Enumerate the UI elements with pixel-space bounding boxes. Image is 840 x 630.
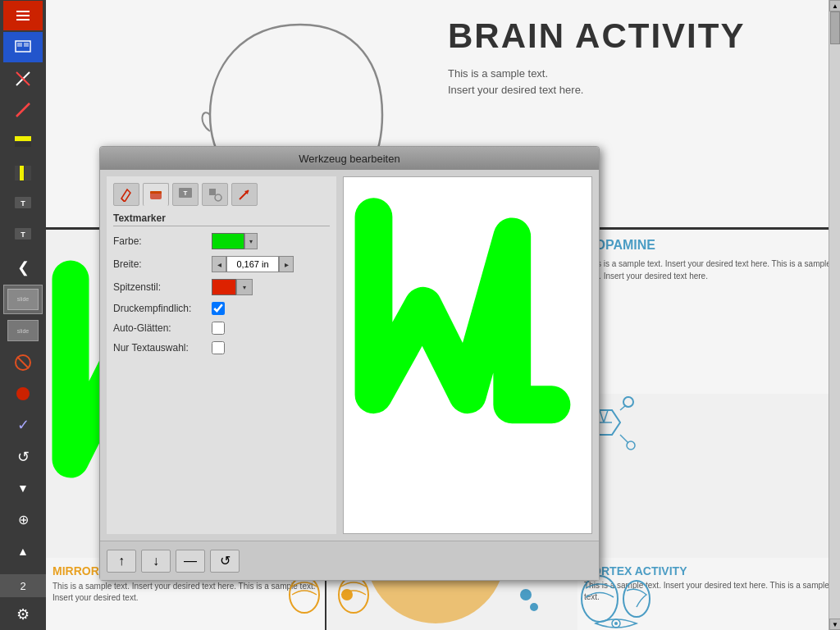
scrollbar-up-arrow[interactable]: ▲ (829, 0, 840, 11)
svg-point-40 (623, 581, 650, 617)
dialog-left-panel: T Textmarker Farbe: ▾ (107, 176, 336, 534)
sidebar: T T ❮ slide slide ✓ ↺ ▼ ⊕ ▲ 2 ▼ ⚙ (0, 0, 46, 630)
slide-title: BRAIN ACTIVITY (448, 16, 745, 56)
canvas-svg (344, 177, 591, 533)
svg-rect-48 (209, 189, 216, 195)
svg-rect-2 (16, 19, 30, 21)
menu-button[interactable] (3, 1, 43, 30)
svg-line-28 (604, 410, 608, 422)
svg-line-8 (16, 103, 30, 116)
width-label: Breite: (113, 258, 212, 270)
smooth-label: Auto-Glätten: (113, 322, 212, 334)
text-tab[interactable]: T (172, 183, 199, 206)
text-button[interactable]: T (3, 189, 43, 219)
color-label: Farbe: (113, 235, 212, 247)
scroll-down-button[interactable]: ▼ (3, 473, 43, 503)
tip-label: Spitzenstil: (113, 281, 212, 293)
text-select-label: Nur Textauswahl: (113, 342, 212, 354)
zoom-button[interactable]: ⊕ (3, 504, 43, 534)
dialog-body: T Textmarker Farbe: ▾ (100, 170, 599, 541)
pressure-label: Druckempfindlich: (113, 303, 212, 314)
arrow-tab[interactable] (231, 183, 258, 206)
dopamine-section: DOPAMINE This is a sample text. Insert y… (578, 230, 840, 394)
svg-rect-0 (16, 11, 30, 12)
scrollbar-thumb[interactable] (830, 11, 840, 44)
color-swatch[interactable] (212, 233, 244, 249)
eye-icon (591, 614, 641, 630)
pressure-row: Druckempfindlich: (113, 302, 330, 315)
svg-point-32 (627, 441, 635, 450)
text-2-button[interactable]: T (3, 221, 43, 251)
highlight-tab[interactable] (143, 183, 169, 206)
collapse-button[interactable]: ❮ (3, 253, 43, 282)
thumbnail-2[interactable]: slide (3, 316, 43, 345)
svg-rect-11 (15, 166, 19, 180)
footer-minus-btn[interactable]: — (176, 550, 205, 573)
page-number: 2 (0, 574, 46, 597)
svg-line-31 (620, 435, 628, 443)
dialog-werkzeug: Werkzeug bearbeiten T (99, 146, 600, 581)
scrollbar: ▲ ▼ (829, 0, 840, 630)
line-tool-2-button[interactable] (3, 95, 43, 125)
width-decrease-btn[interactable]: ◂ (212, 256, 226, 272)
dialog-footer: ↑ ↓ — ↺ (100, 541, 599, 580)
width-input[interactable] (226, 256, 279, 272)
blue-dot-1 (520, 589, 532, 600)
svg-rect-14 (28, 166, 31, 180)
orange-dot (341, 589, 353, 600)
footer-undo-btn[interactable]: ↺ (210, 550, 240, 573)
svg-text:T: T (184, 189, 188, 197)
dopamine-text: This is a sample text. Insert your desir… (586, 258, 832, 282)
smooth-checkbox[interactable] (212, 322, 225, 335)
smooth-row: Auto-Glätten: (113, 322, 330, 335)
text-select-checkbox[interactable] (212, 341, 225, 354)
svg-rect-1 (16, 15, 30, 16)
dialog-titlebar[interactable]: Werkzeug bearbeiten (100, 147, 599, 170)
scroll-up-button[interactable]: ▲ (3, 536, 43, 566)
slides-button[interactable] (3, 32, 43, 62)
footer-down-btn[interactable]: ↓ (141, 550, 171, 573)
svg-line-30 (620, 405, 626, 410)
dialog-canvas[interactable] (343, 176, 592, 534)
svg-text:T: T (21, 199, 25, 208)
check-button[interactable]: ✓ (3, 410, 43, 440)
pressure-checkbox[interactable] (212, 302, 225, 315)
svg-line-43 (121, 199, 125, 202)
svg-rect-12 (20, 166, 24, 180)
svg-rect-4 (17, 43, 22, 47)
tip-dropdown[interactable]: ▾ (236, 279, 253, 295)
color-row: Farbe: ▾ (113, 233, 330, 249)
tip-swatch[interactable] (212, 279, 236, 295)
undo-button[interactable]: ↺ (3, 442, 43, 472)
mirroring-text: This is a sample text. Insert your desir… (52, 581, 318, 604)
thumbnail-1[interactable]: slide (3, 285, 43, 315)
color-bar-button[interactable] (3, 127, 43, 157)
section-label: Textmarker (113, 212, 330, 226)
svg-rect-10 (15, 142, 31, 147)
svg-line-20 (17, 357, 29, 368)
svg-line-27 (600, 410, 604, 422)
dialog-title: Werkzeug bearbeiten (299, 153, 399, 165)
width-increase-btn[interactable]: ▸ (279, 256, 294, 272)
svg-rect-9 (15, 136, 31, 141)
svg-rect-45 (150, 191, 162, 194)
tool-tabs: T (113, 183, 330, 206)
shape-tab[interactable] (202, 183, 228, 206)
footer-up-btn[interactable]: ↑ (107, 550, 136, 573)
svg-point-49 (215, 194, 221, 201)
svg-rect-5 (24, 43, 29, 47)
blue-dot-2 (530, 603, 538, 611)
scrollbar-down-arrow[interactable]: ▼ (829, 619, 840, 630)
svg-point-42 (614, 622, 618, 625)
red-tool-button[interactable] (3, 379, 43, 409)
settings-button[interactable]: ⚙ (3, 600, 43, 629)
eraser-button[interactable] (3, 347, 43, 377)
slide-subtitle: This is a sample text. Insert your desir… (448, 66, 583, 98)
pen-tab[interactable] (113, 183, 139, 206)
line-tool-button[interactable] (3, 64, 43, 94)
bars-button[interactable] (3, 158, 43, 188)
color-dropdown-arrow[interactable]: ▾ (244, 233, 258, 249)
tip-row: Spitzenstil: ▾ (113, 279, 330, 295)
text-select-row: Nur Textauswahl: (113, 341, 330, 354)
svg-text:T: T (21, 231, 25, 239)
